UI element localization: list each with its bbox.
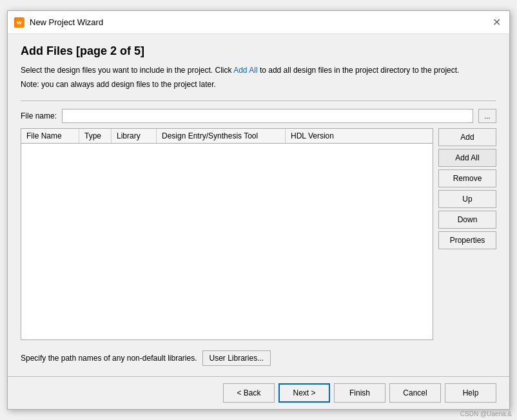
- file-name-row: File name: ...: [21, 109, 496, 123]
- title-bar: W New Project Wizard ✕: [8, 11, 509, 34]
- new-project-wizard-dialog: W New Project Wizard ✕ Add Files [page 2…: [7, 10, 510, 410]
- close-button[interactable]: ✕: [490, 16, 503, 29]
- back-button[interactable]: < Back: [223, 383, 275, 403]
- file-table: File Name Type Library Design Entry/Synt…: [21, 128, 433, 340]
- col-header-library: Library: [112, 129, 157, 143]
- cancel-button[interactable]: Cancel: [389, 383, 441, 403]
- dialog-content: Add Files [page 2 of 5] Select the desig…: [8, 34, 509, 376]
- add-button[interactable]: Add: [438, 128, 496, 146]
- wizard-icon: W: [14, 17, 24, 28]
- side-buttons: Add Add All Remove Up Down Properties: [438, 128, 496, 340]
- file-name-label: File name:: [21, 111, 57, 120]
- libraries-label: Specify the path names of any non-defaul…: [21, 354, 197, 363]
- remove-button[interactable]: Remove: [438, 169, 496, 187]
- col-header-type: Type: [79, 129, 112, 143]
- user-libraries-button[interactable]: User Libraries...: [202, 350, 271, 366]
- separator: [21, 100, 496, 101]
- title-bar-left: W New Project Wizard: [14, 17, 103, 28]
- col-header-design: Design Entry/Synthesis Tool: [157, 129, 286, 143]
- dialog-title: New Project Wizard: [30, 17, 103, 27]
- col-header-filename: File Name: [21, 129, 79, 143]
- next-button[interactable]: Next >: [278, 383, 330, 403]
- col-header-hdl: HDL Version: [286, 129, 350, 143]
- up-button[interactable]: Up: [438, 190, 496, 208]
- add-all-button[interactable]: Add All: [438, 149, 496, 167]
- watermark: CSDN @Uaena.&: [460, 410, 512, 417]
- page-title: Add Files [page 2 of 5]: [21, 44, 496, 58]
- svg-text:W: W: [17, 20, 22, 26]
- footer: < Back Next > Finish Cancel Help: [8, 376, 509, 409]
- table-header: File Name Type Library Design Entry/Synt…: [21, 129, 433, 144]
- description-line2: Note: you can always add design files to…: [21, 79, 496, 90]
- down-button[interactable]: Down: [438, 211, 496, 229]
- table-body: [21, 144, 433, 339]
- properties-button[interactable]: Properties: [438, 231, 496, 249]
- main-area: File Name Type Library Design Entry/Synt…: [21, 128, 496, 340]
- libraries-row: Specify the path names of any non-defaul…: [21, 347, 496, 366]
- file-name-input[interactable]: [62, 109, 473, 123]
- description-line1: Select the design files you want to incl…: [21, 64, 496, 76]
- help-button[interactable]: Help: [445, 383, 496, 403]
- browse-button[interactable]: ...: [478, 109, 496, 123]
- finish-button[interactable]: Finish: [334, 383, 385, 403]
